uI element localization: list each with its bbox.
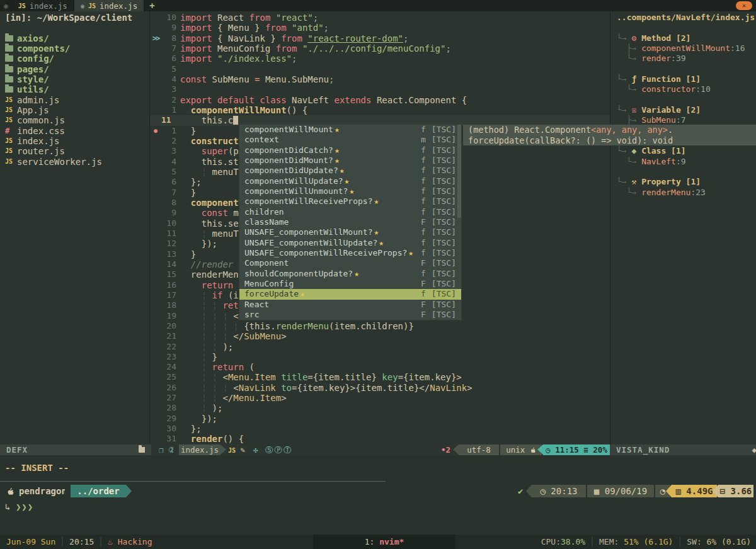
completion-item[interactable]: ReactF[TSC]: [239, 300, 461, 310]
popup-scrollbar[interactable]: [457, 125, 461, 218]
completion-item[interactable]: componentWillUpdate?★f[TSC]: [239, 176, 461, 186]
tree-file-item[interactable]: JScommon.js: [0, 115, 149, 125]
vista-symbol-row[interactable]: └→ ⚒ Property [1]: [610, 177, 756, 187]
code-line[interactable]: 3: [150, 84, 610, 94]
terminal-screen: ◉ JS index.js ◉ JS index.js + ✕ [in]: ~/…: [0, 0, 756, 549]
vista-symbol-row[interactable]: └→ ƒ Function [1]: [610, 74, 756, 84]
completion-item[interactable]: contextm[TSC]: [239, 135, 461, 145]
close-button[interactable]: ✕: [736, 1, 752, 10]
tree-file-item[interactable]: JSadmin.js: [0, 95, 149, 105]
buffer-icon: ◉: [81, 3, 84, 9]
code-line[interactable]: 6import "./index.less";: [150, 54, 610, 64]
tmux-session-name: Hacking: [118, 537, 152, 546]
tree-file-item[interactable]: JSApp.js: [0, 105, 149, 115]
completion-item[interactable]: componentDidUpdate?★f[TSC]: [239, 166, 461, 176]
cpu-label: CPU:: [541, 537, 561, 546]
completion-item[interactable]: UNSAFE_componentWillMount?★f[TSC]: [239, 227, 461, 237]
code-line[interactable]: 25 ¦ ¦ <Menu.Item title={item.title} key…: [150, 372, 610, 382]
completion-item[interactable]: shouldComponentUpdate?★f[TSC]: [239, 269, 461, 279]
completion-item[interactable]: classNameF[TSC]: [239, 217, 461, 227]
tree-folder-item[interactable]: axios/: [0, 33, 149, 43]
completion-item[interactable]: childrenf[TSC]: [239, 207, 461, 217]
file-tree[interactable]: [in]: ~/WorkSpace/clientaxios/compoents/…: [0, 11, 150, 444]
code-line[interactable]: 30 };: [150, 424, 610, 434]
tree-folder-item[interactable]: config/: [0, 54, 149, 64]
completion-item[interactable]: componentWillUnmount?★f[TSC]: [239, 186, 461, 196]
tab-index-js-1[interactable]: JS index.js: [12, 0, 74, 11]
vista-symbol-row[interactable]: └→ ☒ Variable [2]: [610, 105, 756, 115]
tag-icon: ◆: [752, 444, 756, 455]
code-line[interactable]: 5: [150, 64, 610, 74]
folder-icon: [5, 66, 13, 72]
completion-item[interactable]: srcF[TSC]: [239, 310, 461, 320]
tree-file-item[interactable]: JSserviceWorker.js: [0, 157, 149, 167]
completion-item[interactable]: UNSAFE_componentWillUpdate?★f[TSC]: [239, 238, 461, 248]
star-icon: ★: [374, 227, 379, 237]
code-line[interactable]: 22 ¦ ¦ );: [150, 342, 610, 352]
code-line[interactable]: >>8import { NavLink } from "react-router…: [150, 33, 610, 43]
sign-column: [150, 64, 161, 74]
js-file-icon: JS: [5, 95, 17, 105]
completion-popup[interactable]: componentWillMount★f[TSC]contextm[TSC]co…: [239, 125, 461, 320]
code-text: const me: [180, 208, 244, 218]
vista-symbol-row[interactable]: └→ ⚙ Method [2]: [610, 33, 756, 43]
tree-file-item[interactable]: JSindex.js: [0, 136, 149, 146]
vista-symbol-row[interactable]: └→ render:39: [610, 54, 756, 64]
completion-item[interactable]: ComponentF[TSC]: [239, 258, 461, 268]
completion-item[interactable]: MenuConfigF[TSC]: [239, 279, 461, 289]
sign-column: [150, 321, 161, 331]
terminal-pane[interactable]: -- INSERT -- pendragon ../order ✔ ◷ 20:1…: [0, 455, 756, 535]
code-line[interactable]: 21 ¦ ¦ ¦ </SubMenu>: [150, 331, 610, 341]
code-line[interactable]: 31 render() {: [150, 434, 610, 444]
tmux-window-tab[interactable]: 1: nvim*: [313, 535, 455, 549]
code-line[interactable]: 24 ¦ return (: [150, 362, 610, 372]
completion-source: [TSC]: [431, 227, 456, 237]
tree-folder-item[interactable]: style/: [0, 74, 149, 84]
vista-outline[interactable]: ..compoents/NavLeft/index.js └→ ⚙ Method…: [610, 11, 756, 444]
tmux-time: 20:15: [69, 537, 94, 546]
error-sign-icon: ●: [150, 126, 161, 136]
completion-item[interactable]: UNSAFE_componentWillReceiveProps?★f[TSC]: [239, 248, 461, 258]
shell-prompt-row: pendragon ../order ✔ ◷ 20:13 ▦ 09/06/19 …: [0, 485, 756, 497]
completion-item[interactable]: componentDidMount?★f[TSC]: [239, 156, 461, 166]
vista-symbol-row[interactable]: └→ constructor:10: [610, 84, 756, 94]
vista-symbol-row[interactable]: └→ NavLeft:9: [610, 157, 756, 167]
sign-column: [150, 311, 161, 321]
code-line[interactable]: 20 ¦ ¦ ¦ ¦ {this.renderMenu(item.childre…: [150, 321, 610, 331]
code-line[interactable]: 9import { Menu } from "antd";: [150, 23, 610, 33]
battery-level: ≡ 20%: [583, 445, 607, 455]
code-line[interactable]: 23 ¦ }: [150, 352, 610, 362]
code-line[interactable]: 10import React from "react";: [150, 13, 610, 23]
code-line[interactable]: 26 ¦ ¦ ¦ <NavLink to={item.key}>{item.ti…: [150, 383, 610, 393]
tab-index-js-2[interactable]: ◉ JS index.js: [74, 0, 144, 11]
shell-input-line[interactable]: ↳ ❯❯❯: [5, 501, 33, 512]
code-line[interactable]: 1 componentWillMount() {: [150, 105, 610, 115]
vista-symbol-row[interactable]: ├→ componentWillMount:16: [610, 43, 756, 54]
js-file-icon: JS: [5, 157, 17, 167]
mem-value: 51% (6.1G): [624, 537, 673, 546]
completion-item[interactable]: componentWillMount★f[TSC]: [239, 125, 461, 135]
tree-folder-item[interactable]: compoents/: [0, 43, 149, 54]
vista-symbol-row[interactable]: └→ ◆ Class [1]: [610, 146, 756, 156]
sign-column: [150, 95, 161, 105]
code-line[interactable]: 28 ¦ );: [150, 403, 610, 413]
tree-file-item[interactable]: #index.css: [0, 126, 149, 136]
code-text: return d: [180, 280, 244, 290]
completion-item[interactable]: forceUpdate★f[TSC]: [239, 289, 461, 299]
code-line[interactable]: 2export default class NavLeft extends Re…: [150, 95, 610, 105]
tree-folder-item[interactable]: utils/: [0, 84, 149, 94]
code-line[interactable]: 4const SubMenu = Menu.SubMenu;: [150, 74, 610, 84]
tab-label: index.js: [100, 1, 137, 11]
code-line[interactable]: 27 ¦ ¦ </Menu.Item>: [150, 393, 610, 403]
vista-blank-row: [610, 64, 756, 74]
vista-symbol-row[interactable]: └→ renderMenu:23: [610, 188, 756, 198]
code-line[interactable]: 29 });: [150, 414, 610, 424]
line-number: 3: [161, 84, 180, 94]
completion-item[interactable]: componentDidCatch?★f[TSC]: [239, 145, 461, 156]
sign-column: [150, 352, 161, 362]
tree-folder-item[interactable]: pages/: [0, 64, 149, 74]
completion-item[interactable]: componentWillReceiveProps?★f[TSC]: [239, 196, 461, 207]
tree-file-item[interactable]: JSrouter.js: [0, 146, 149, 156]
new-tab-button[interactable]: +: [144, 1, 159, 11]
code-line[interactable]: 7import MenuConfig from "./../../config/…: [150, 43, 610, 54]
